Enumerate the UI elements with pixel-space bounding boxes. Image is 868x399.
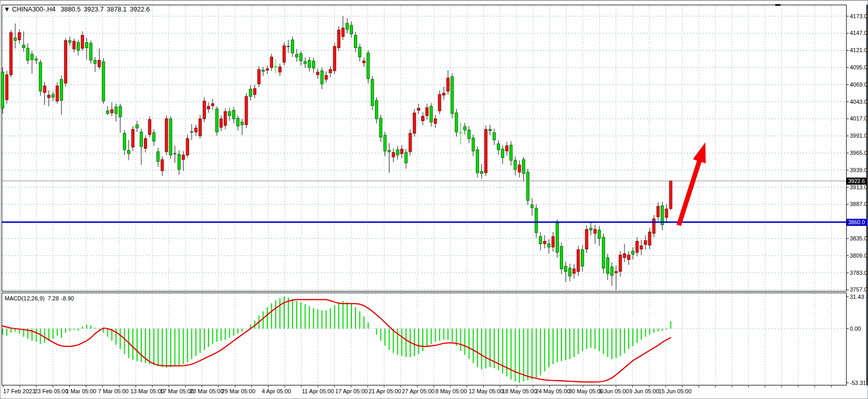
- candle-bull: [149, 119, 151, 135]
- candle-bull: [81, 35, 84, 49]
- candle-bull: [73, 41, 76, 49]
- candle-bear: [396, 150, 399, 155]
- candle-bull: [443, 93, 445, 95]
- candle-bear: [463, 127, 466, 130]
- candle-bull: [392, 152, 395, 157]
- candle-bear: [384, 135, 386, 151]
- candle-bull: [207, 106, 210, 109]
- candle-bear: [547, 244, 550, 247]
- candle-bull: [47, 95, 50, 98]
- candle-bear: [468, 130, 470, 138]
- current-price-label: 3922.6: [847, 178, 867, 185]
- macd-scale[interactable]: 31.43 0.00 -53.31: [846, 294, 866, 386]
- candle-bull: [266, 69, 268, 70]
- candle-bull: [182, 155, 185, 160]
- candle-bull: [447, 78, 449, 91]
- candle-bull: [585, 229, 588, 249]
- time-label: 15 Jun 05:00: [658, 388, 692, 394]
- candle-bear: [312, 61, 315, 68]
- candle-bear: [22, 45, 25, 48]
- candle-bear: [237, 118, 239, 126]
- candle-bear: [2, 72, 4, 108]
- candle-bull: [245, 96, 248, 125]
- candle-bear: [14, 38, 17, 41]
- candle-bull: [400, 149, 403, 154]
- time-label: 17 Feb 2023: [3, 388, 35, 394]
- candle-bull: [413, 113, 415, 133]
- candle-bull: [644, 240, 647, 245]
- candle-bear: [153, 132, 155, 141]
- candle-bull: [665, 209, 668, 217]
- candle-bull: [363, 61, 365, 63]
- macd-name: MACD(12,26,9): [5, 295, 44, 301]
- ohlc-open: 3880.5: [60, 6, 80, 13]
- time-label: 4 Apr 05:00: [262, 388, 291, 394]
- time-label: 12 May 05:00: [469, 388, 504, 394]
- candle-bear: [367, 53, 370, 79]
- candle-bear: [556, 223, 558, 252]
- candle-bull: [341, 28, 344, 37]
- candle-bear: [321, 71, 323, 84]
- candle-bear: [346, 23, 348, 29]
- candle-bull: [409, 134, 411, 152]
- pane-minimize-icon[interactable]: [775, 4, 780, 6]
- time-label: 27 Apr 05:00: [402, 388, 434, 394]
- candle-bear: [300, 54, 302, 61]
- candle-bear: [52, 94, 54, 97]
- candle-bear: [472, 138, 474, 151]
- candle-bear: [308, 61, 311, 68]
- candle-bull: [144, 139, 147, 149]
- candle-bull: [56, 86, 58, 101]
- price-tick-label: 3809.0: [850, 252, 867, 259]
- candle-bear: [228, 112, 231, 116]
- time-label: 17 Mar 05:00: [160, 388, 194, 394]
- candle-bull: [6, 75, 8, 100]
- ohlc-close: 3922.6: [130, 6, 150, 13]
- candle-bull: [669, 181, 672, 209]
- candle-bear: [535, 208, 537, 233]
- candle-bear: [94, 61, 96, 64]
- candle-bull: [577, 250, 580, 272]
- candle-bear: [262, 70, 264, 71]
- candle-bear: [476, 150, 479, 173]
- candle-bear: [68, 41, 71, 43]
- candle-bull: [438, 94, 441, 111]
- candle-bear: [249, 89, 252, 96]
- candle-bull: [212, 104, 214, 106]
- candle-bear: [522, 160, 525, 173]
- candle-bull: [203, 101, 205, 119]
- price-chart-canvas[interactable]: 4173.04147.04121.04095.04069.04043.04017…: [1, 1, 868, 399]
- hline-price-label[interactable]: 3860.0: [847, 219, 867, 226]
- candle-bear: [27, 49, 29, 61]
- current-price-value: 3922.6: [848, 178, 865, 184]
- candle-bull: [253, 89, 256, 94]
- candle-bull: [417, 108, 420, 111]
- candle-bear: [354, 35, 357, 48]
- candle-bear: [527, 172, 529, 200]
- candle-bear: [493, 132, 496, 140]
- price-tick-label: 4095.0: [850, 64, 867, 70]
- candle-bull: [552, 237, 554, 247]
- candle-bear: [371, 79, 374, 105]
- candle-bull: [619, 255, 621, 272]
- hline-price-value: 3860.0: [848, 219, 865, 225]
- candle-bull: [165, 119, 168, 152]
- symbol-dropdown-icon[interactable]: ▼: [4, 6, 10, 13]
- candle-bear: [102, 62, 105, 101]
- time-label: 21 Apr 05:00: [369, 388, 401, 394]
- candle-bull: [43, 86, 46, 93]
- candle-bear: [502, 149, 504, 158]
- candle-bear: [590, 228, 592, 230]
- candle-bear: [531, 205, 533, 208]
- candle-bull: [161, 160, 164, 171]
- candle-bull: [623, 253, 626, 258]
- candle-bull: [653, 219, 655, 234]
- candle-bear: [77, 42, 80, 50]
- macd-label: MACD(12,26,9)7.28-8.90: [5, 295, 74, 301]
- time-label: 23 Feb 05:00: [34, 388, 68, 394]
- candle-bull: [518, 165, 521, 172]
- candle-bear: [602, 237, 605, 268]
- candle-bear: [598, 230, 601, 238]
- candle-bear: [39, 62, 42, 91]
- candle-bear: [480, 172, 483, 174]
